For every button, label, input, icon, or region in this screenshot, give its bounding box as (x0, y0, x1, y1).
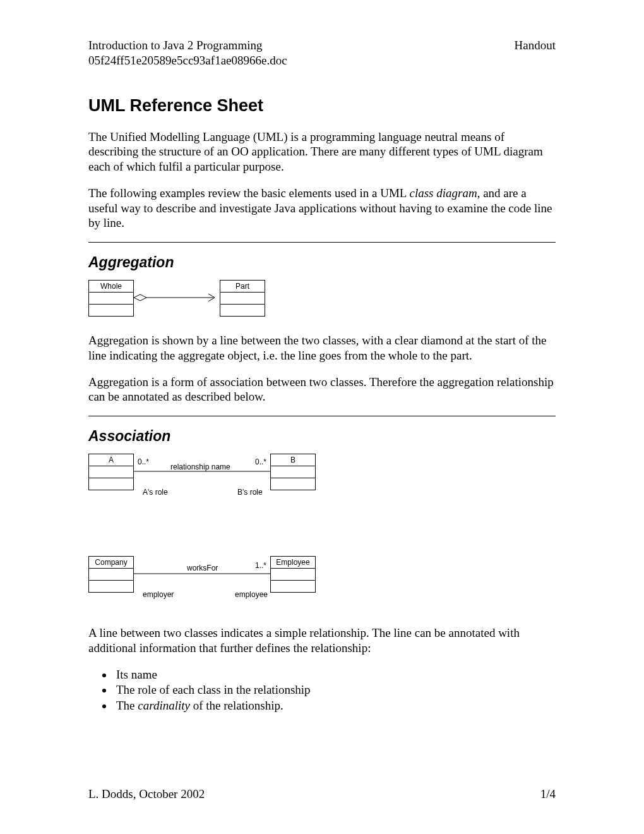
page-header: Introduction to Java 2 Programming 05f24… (88, 38, 556, 68)
intro-paragraph-2: The following examples review the basic … (88, 186, 556, 231)
footer-author: L. Dodds, October 2002 (88, 787, 205, 801)
header-filename: 05f24ff51e20589e5cc93af1ae08966e.doc (88, 54, 287, 67)
aggregation-p1: Aggregation is shown by a line between t… (88, 333, 556, 363)
uml-class-a-name: A (89, 454, 133, 466)
uml-class-a: A (88, 454, 134, 490)
divider (88, 242, 556, 243)
svg-marker-0 (134, 294, 146, 301)
aggregation-p2: Aggregation is a form of association bet… (88, 375, 556, 405)
uml-class-employee-name: Employee (271, 557, 315, 569)
page-footer: L. Dodds, October 2002 1/4 (88, 787, 556, 801)
intro-paragraph-1: The Unified Modelling Language (UML) is … (88, 130, 556, 174)
divider (88, 416, 556, 416)
b3-b: of the relationship. (190, 699, 283, 712)
uml-class-part-name: Part (220, 281, 265, 293)
uml-class-b: B (270, 454, 316, 490)
bullet-role: The role of each class in the relationsh… (114, 682, 556, 698)
association-p1: A line between two classes indicates a s… (88, 626, 556, 656)
role-a-label: A's role (143, 488, 168, 497)
uml-class-company: Company (88, 556, 134, 593)
aggregation-heading: Aggregation (88, 254, 556, 271)
uml-class-company-name: Company (89, 557, 133, 569)
worksfor-label: worksFor (187, 564, 218, 572)
role-employee-label: employee (235, 590, 268, 599)
page-title: UML Reference Sheet (88, 96, 556, 116)
role-b-label: B's role (237, 488, 263, 497)
b3-a: The (116, 699, 138, 712)
relationship-name-label: relationship name (170, 462, 230, 471)
uml-class-whole-name: Whole (89, 281, 133, 293)
header-handout: Handout (515, 39, 556, 52)
bullet-cardinality: The cardinality of the relationship. (114, 698, 556, 714)
bullet-name: Its name (114, 667, 556, 683)
association-heading: Association (88, 428, 556, 445)
aggregation-connector (134, 293, 220, 305)
mult-employee: 1..* (255, 561, 266, 570)
association-diagram-generic: A B 0..* 0..* relationship name A's role… (88, 454, 316, 507)
uml-class-part: Part (220, 280, 265, 317)
association-diagram-company: Company Employee worksFor 1..* employer … (88, 556, 316, 609)
header-course: Introduction to Java 2 Programming (88, 39, 262, 52)
mult-a: 0..* (138, 457, 149, 466)
intro-p2-a: The following examples review the basic … (88, 186, 409, 200)
uml-class-b-name: B (271, 454, 315, 466)
association-bullets: Its name The role of each class in the r… (114, 667, 556, 714)
b3-em: cardinality (138, 699, 190, 712)
aggregation-diagram: Whole Part (88, 280, 265, 325)
footer-page-number: 1/4 (540, 787, 556, 801)
uml-class-employee: Employee (270, 556, 316, 593)
intro-p2-em: class diagram (409, 186, 477, 200)
uml-class-whole: Whole (88, 280, 134, 317)
mult-b: 0..* (255, 457, 266, 466)
role-employer-label: employer (143, 590, 174, 599)
